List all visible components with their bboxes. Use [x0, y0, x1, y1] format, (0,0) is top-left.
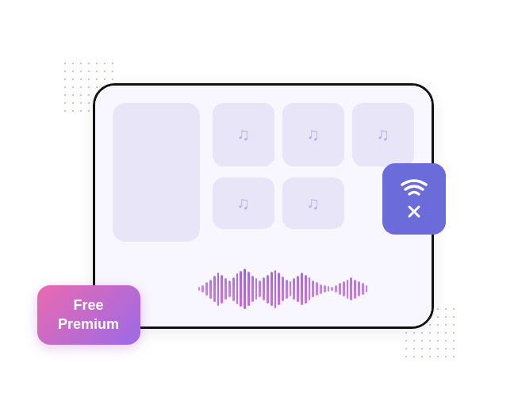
- wave-bar: [224, 278, 227, 299]
- wave-bar: [217, 273, 220, 306]
- wave-bar: [312, 281, 314, 298]
- wave-bar: [255, 278, 258, 299]
- wave-bar: [354, 280, 356, 299]
- wave-bar: [335, 285, 337, 293]
- app-icon-1[interactable]: ♫: [213, 103, 274, 166]
- wave-bar: [259, 281, 261, 298]
- music-note-icon-1: ♫: [236, 124, 250, 145]
- wave-bar: [339, 283, 341, 294]
- wave-bar: [278, 273, 280, 305]
- x-icon: [406, 204, 422, 220]
- app-grid-bottom: ♫ ♫: [213, 178, 344, 229]
- app-icon-2[interactable]: ♫: [282, 103, 344, 166]
- wave-bar: [221, 275, 223, 304]
- wave-bar: [343, 281, 345, 296]
- wave-bar: [201, 285, 204, 293]
- wave-bar: [320, 284, 322, 294]
- app-grid-top: ♫ ♫ ♫: [213, 103, 414, 166]
- wave-bar: [316, 282, 318, 296]
- wave-bar: [328, 286, 330, 292]
- wave-bar: [263, 277, 265, 300]
- wave-bar: [282, 277, 284, 301]
- waveform: [198, 267, 368, 311]
- wave-bar: [251, 276, 254, 303]
- wave-bar: [362, 283, 364, 294]
- music-note-icon-4: ♫: [236, 193, 250, 214]
- wave-bar: [244, 269, 246, 308]
- music-note-icon-2: ♫: [306, 124, 320, 145]
- device-inner: ♫ ♫ ♫ ♫ ♫: [95, 86, 432, 326]
- app-icon-4[interactable]: ♫: [213, 178, 274, 229]
- wave-bar: [236, 273, 239, 304]
- wave-bar: [293, 278, 295, 299]
- wave-bar: [274, 270, 277, 308]
- wave-bar: [305, 275, 307, 304]
- app-icon-5[interactable]: ♫: [282, 178, 344, 229]
- wave-bar: [324, 285, 326, 293]
- wave-bar: [228, 281, 231, 298]
- wave-bar: [232, 277, 235, 301]
- wave-bar: [297, 276, 299, 303]
- wave-bar: [240, 271, 242, 307]
- music-note-icon-5: ♫: [306, 193, 320, 214]
- wifi-icon: [399, 178, 429, 200]
- free-premium-badge[interactable]: FreePremium: [37, 285, 140, 345]
- left-panel: [113, 103, 200, 242]
- main-scene: ♫ ♫ ♫ ♫ ♫: [53, 52, 466, 368]
- wave-bar: [198, 287, 201, 291]
- music-note-icon-3: ♫: [376, 124, 389, 145]
- wave-bar: [205, 282, 208, 296]
- wave-bar: [358, 281, 360, 296]
- device-frame: ♫ ♫ ♫ ♫ ♫: [93, 83, 434, 329]
- wave-bar: [286, 280, 288, 299]
- wave-bar: [271, 272, 273, 306]
- wifi-off-badge[interactable]: [382, 163, 446, 235]
- wave-bar: [366, 285, 368, 293]
- free-premium-label: FreePremium: [58, 296, 119, 334]
- wave-bar: [331, 287, 333, 291]
- app-icon-3[interactable]: ♫: [352, 103, 414, 166]
- wave-bar: [347, 280, 349, 299]
- wave-bar: [247, 272, 250, 306]
- wave-bar: [213, 276, 216, 303]
- wave-bar: [301, 273, 303, 305]
- wave-bar: [290, 281, 292, 296]
- wave-bar: [350, 277, 352, 300]
- wave-bar: [209, 280, 212, 299]
- wave-bar: [309, 277, 311, 300]
- wave-bar: [267, 275, 269, 304]
